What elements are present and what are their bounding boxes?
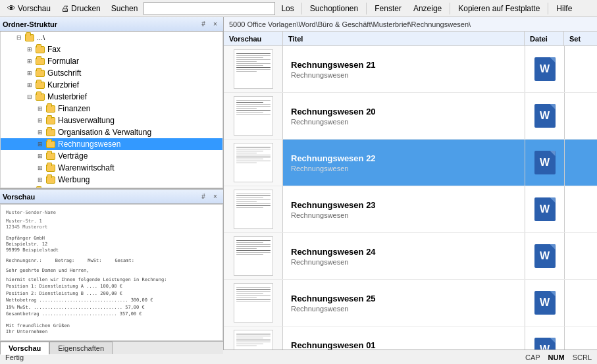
tree-item-musterbrief[interactable]: ⊟ Musterbrief — [1, 91, 222, 103]
folder-icon — [45, 128, 56, 137]
table-row[interactable]: Rechnungswesen 21 Rechnungswesen — [224, 46, 597, 93]
tree-label: Hausverwaltung — [58, 116, 115, 125]
tree-item-finanzen[interactable]: ⊞ Finanzen — [1, 103, 222, 115]
tree-label: Werbung — [58, 175, 90, 184]
thumb-cell — [224, 93, 283, 139]
content-title: Rechnungswesen 25 — [291, 294, 517, 303]
ordner-panel-title: Ordner-Struktur — [3, 20, 57, 28]
root-expander: ⊟ — [14, 32, 24, 43]
thumb-cell — [224, 233, 283, 279]
table-row[interactable]: Rechnungswesen 25 Rechnungswesen — [224, 280, 597, 326]
thumb-lines — [234, 237, 273, 258]
tree-item-organisation-&-verwaltung[interactable]: ⊞ Organisation & Verwaltung — [1, 126, 222, 138]
tree-item-werbung[interactable]: ⊞ Werbung — [1, 174, 222, 186]
content-info: Rechnungswesen 21 Rechnungswesen — [283, 55, 525, 84]
word-icon — [534, 104, 556, 128]
set-cell — [564, 186, 597, 232]
breadcrumb: 5000 Office Vorlagen\Word\Büro & Geschäf… — [224, 17, 597, 32]
tree-item-verträge[interactable]: ⊞ Verträge — [1, 150, 222, 162]
word-icon — [534, 338, 556, 350]
preview-pin-icon[interactable]: # — [198, 192, 209, 202]
tree-label: Verträge — [58, 151, 88, 161]
expander: ⊞ — [24, 56, 35, 66]
num-indicator: NUM — [548, 353, 565, 361]
expander: ⊞ — [35, 127, 45, 138]
drucken-label: Drucken — [71, 4, 101, 13]
content-info: Rechnungswesen 01 Rechnungswesen — [283, 335, 525, 350]
separator-4 — [548, 3, 548, 14]
thumb-cell — [224, 140, 283, 186]
pin-icon[interactable]: # — [198, 19, 209, 30]
header-datei-label: Datei — [530, 35, 548, 43]
status-indicators: CAP NUM SCRL — [525, 353, 592, 361]
content-info: Rechnungswesen 23 Rechnungswesen — [283, 195, 525, 224]
content-info: Rechnungswesen 20 Rechnungswesen — [283, 101, 525, 131]
search-input[interactable] — [145, 5, 273, 13]
root-folder-icon — [24, 33, 35, 42]
table-row[interactable]: Rechnungswesen 24 Rechnungswesen — [224, 233, 597, 280]
tree-item-rechnungswesen[interactable]: ⊞ Rechnungswesen — [1, 138, 222, 150]
tree-item-fax[interactable]: ⊞ Fax — [1, 43, 222, 55]
drucken-button[interactable]: 🖨 Drucken — [57, 2, 105, 15]
content-title: Rechnungswesen 20 — [291, 107, 517, 117]
header-vorschau: Vorschau — [224, 32, 283, 45]
word-icon — [534, 291, 556, 315]
vorschau-button[interactable]: 👁 Vorschau — [3, 1, 55, 15]
word-icon — [534, 244, 556, 268]
main-layout: Ordner-Struktur # × ⊟ ...\ ⊞ Fax ⊞ — [0, 17, 597, 350]
table-row[interactable]: Rechnungswesen 20 Rechnungswesen — [224, 93, 597, 140]
content-subtitle: Rechnungswesen — [291, 165, 517, 172]
suchen-label: Suchen — [111, 4, 138, 13]
table-row[interactable]: Rechnungswesen 01 Rechnungswesen — [224, 326, 597, 350]
anzeige-button[interactable]: Anzeige — [408, 3, 447, 14]
tree-item-gutschrift[interactable]: ⊞ Gutschrift — [1, 67, 222, 79]
preview-panel-title: Vorschau — [3, 193, 35, 201]
content-list[interactable]: Rechnungswesen 21 Rechnungswesen Rechnun… — [224, 46, 597, 350]
tree-item-warenwirtschaft[interactable]: ⊞ Warenwirtschaft — [1, 162, 222, 174]
suchoptionen-button[interactable]: Suchoptionen — [305, 3, 363, 14]
tab-vorschau[interactable]: Vorschau — [0, 342, 49, 355]
preview-document: Muster-Sender-Name Muster-Str. 1 12345 M… — [1, 205, 222, 340]
content-title: Rechnungswesen 22 — [291, 153, 517, 163]
tree-item-formular[interactable]: ⊞ Formular — [1, 55, 222, 67]
set-cell — [564, 326, 597, 350]
tree-root[interactable]: ⊟ ...\ — [1, 32, 222, 43]
ordner-panel-header: Ordner-Struktur # × — [0, 17, 223, 32]
expander: ⊞ — [35, 115, 45, 126]
preview-panel-header: Vorschau # × — [0, 190, 223, 204]
table-row[interactable]: Rechnungswesen 22 Rechnungswesen — [224, 140, 597, 186]
suchen-button[interactable]: Suchen — [107, 2, 143, 15]
los-button[interactable]: Los — [276, 2, 298, 15]
kopieren-button[interactable]: Kopieren auf Festplatte — [453, 3, 545, 14]
tree-label: Gutschrift — [47, 68, 81, 78]
folder-icon — [45, 104, 56, 113]
tree-item-kurzbrief[interactable]: ⊞ Kurzbrief — [1, 79, 222, 91]
content-info: Rechnungswesen 22 Rechnungswesen — [283, 148, 525, 178]
hilfe-button[interactable]: Hilfe — [551, 3, 577, 14]
preview-content: Muster-Sender-Name Muster-Str. 1 12345 M… — [0, 204, 223, 341]
table-row[interactable]: Rechnungswesen 23 Rechnungswesen — [224, 186, 597, 233]
right-panel: 5000 Office Vorlagen\Word\Büro & Geschäf… — [224, 17, 597, 350]
content-subtitle: Rechnungswesen — [291, 118, 517, 126]
header-vorschau-label: Vorschau — [229, 35, 261, 43]
folder-icon — [35, 68, 45, 78]
thumb-lines — [234, 143, 273, 167]
expander: ⊞ — [24, 68, 35, 78]
header-titel-label: Titel — [288, 35, 303, 43]
folder-icon — [35, 80, 45, 90]
close-icon[interactable]: × — [210, 19, 221, 30]
tab-eigenschaften[interactable]: Eigenschaften — [49, 342, 113, 354]
print-icon: 🖨 — [61, 4, 69, 13]
fenster-button[interactable]: Fenster — [369, 3, 407, 14]
tree-container[interactable]: ⊟ ...\ ⊞ Fax ⊞ Formular ⊞ Gutschrift ⊞ — [0, 32, 223, 188]
thumb-lines — [234, 284, 273, 305]
thumb-cell — [224, 46, 283, 92]
preview-close-icon[interactable]: × — [210, 192, 221, 202]
thumb-lines — [234, 190, 273, 211]
tree-item-hausverwaltung[interactable]: ⊞ Hausverwaltung — [1, 115, 222, 126]
tree-label: Fax — [47, 45, 61, 54]
thumb-doc — [234, 236, 273, 276]
content-subtitle: Rechnungswesen — [291, 71, 517, 79]
datei-cell — [525, 186, 564, 232]
thumb-doc — [234, 49, 273, 89]
